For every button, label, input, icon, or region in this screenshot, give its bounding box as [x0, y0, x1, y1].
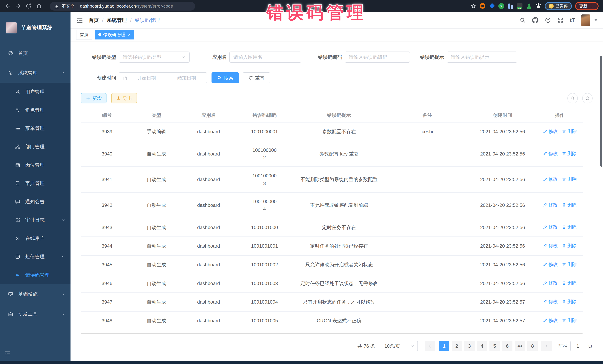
prev-page-button[interactable] — [425, 341, 435, 351]
sidebar-item-infrastructure[interactable]: 基础设施 — [0, 284, 70, 304]
update-browser-button[interactable]: 更新⋮ — [575, 2, 599, 10]
breadcrumb-item[interactable]: 首页 — [89, 17, 99, 23]
tab-active-view[interactable]: 错误码管理× — [95, 30, 134, 39]
breadcrumb-item[interactable]: 系统管理 — [107, 17, 127, 23]
github-icon[interactable] — [532, 17, 538, 23]
paw-extension-icon[interactable] — [535, 3, 541, 9]
sidebar-item-audit-log[interactable]: 审计日志 — [0, 211, 70, 229]
fullscreen-icon[interactable] — [557, 17, 564, 23]
edit-link[interactable]: 修改 — [543, 150, 558, 157]
search-icon[interactable] — [520, 17, 526, 23]
address-bar[interactable]: 不安全 dashboard.yudao.iocoder.cn/system/er… — [50, 2, 195, 11]
date-range-picker[interactable]: 开始日期 - 结束日期 — [119, 72, 207, 83]
sidebar-logo[interactable]: 芋道管理系统 — [0, 12, 70, 43]
page-number-button[interactable]: 4 — [477, 341, 487, 351]
green-y-extension-icon[interactable]: Y — [498, 3, 504, 9]
delete-link[interactable]: 删除 — [562, 176, 577, 183]
browser-menu-icon[interactable]: ⋮ — [590, 4, 594, 9]
placeholder-text: 请输入错误码提示 — [451, 54, 513, 60]
hamburger-fold-icon[interactable] — [76, 17, 83, 24]
refresh-table-button[interactable] — [582, 93, 593, 103]
close-icon[interactable]: × — [128, 33, 131, 37]
sidebar-item-online-user[interactable]: 在线用户 — [0, 229, 70, 247]
edit-link[interactable]: 修改 — [543, 298, 558, 305]
columns-extension-icon[interactable] — [508, 3, 514, 9]
end-date-input[interactable]: 结束日期 — [170, 75, 203, 81]
users-icon — [15, 107, 20, 113]
font-size-icon[interactable]: tT — [570, 18, 575, 23]
column-header: 操作 — [537, 108, 583, 122]
page-number-button[interactable]: 2 — [452, 341, 462, 351]
delete-link[interactable]: 删除 — [562, 279, 577, 287]
add-button[interactable]: 新增 — [81, 93, 106, 103]
next-page-button[interactable] — [541, 341, 552, 351]
sidebar-item-dept-management[interactable]: 部门管理 — [0, 138, 70, 156]
megaphone-icon — [15, 199, 20, 204]
delete-link[interactable]: 删除 — [562, 223, 577, 231]
delete-link[interactable]: 删除 — [562, 261, 577, 268]
orange-ring-extension-icon[interactable] — [480, 3, 486, 9]
page-ellipsis-button[interactable]: ••• — [515, 341, 525, 351]
delete-link[interactable]: 删除 — [562, 317, 577, 324]
help-icon[interactable] — [545, 17, 551, 23]
on-badge-extension-icon[interactable]: on — [517, 3, 523, 9]
goto-page-input[interactable]: 1 — [570, 341, 585, 351]
home-icon[interactable] — [36, 3, 42, 10]
forward-icon[interactable] — [15, 3, 22, 10]
sidebar-item-role-management[interactable]: 角色管理 — [0, 101, 70, 119]
edit-link[interactable]: 修改 — [543, 176, 558, 183]
sidebar-item-user-management[interactable]: 用户管理 — [0, 83, 70, 101]
filter-input[interactable]: 请输入错误码编码 — [345, 52, 410, 63]
edit-link[interactable]: 修改 — [543, 223, 558, 231]
filter-input[interactable]: 请输入应用名 — [229, 52, 301, 63]
page-number-button[interactable]: 3 — [464, 341, 475, 351]
breadcrumb-item: 错误码管理 — [135, 17, 160, 23]
reload-icon[interactable] — [25, 3, 32, 10]
edit-link[interactable]: 修改 — [543, 317, 558, 324]
sidebar-item-error-code-management[interactable]: 错误码管理 — [0, 266, 70, 284]
error-code-type-select[interactable]: 请选择错误码类型 — [119, 52, 190, 63]
edit-link[interactable]: 修改 — [543, 279, 558, 287]
vertical-scrollbar[interactable] — [600, 55, 602, 167]
avatar-caret-icon[interactable] — [594, 19, 597, 21]
page-number-button[interactable]: 1 — [439, 341, 449, 351]
sidebar-item-dev-tools[interactable]: 研发工具 — [0, 304, 70, 324]
delete-link[interactable]: 删除 — [562, 201, 577, 209]
green-person-extension-icon[interactable] — [526, 3, 532, 9]
sidebar-item-sms-management[interactable]: 短信管理 — [0, 247, 70, 266]
filter-input[interactable]: 请输入错误码提示 — [447, 52, 517, 63]
delete-link[interactable]: 删除 — [562, 242, 577, 249]
edit-link[interactable]: 修改 — [543, 261, 558, 268]
delete-link[interactable]: 删除 — [562, 298, 577, 305]
search-button[interactable]: 搜索 — [211, 72, 239, 83]
export-button[interactable]: 导出 — [111, 93, 137, 103]
start-date-input[interactable]: 开始日期 — [130, 75, 163, 81]
chevron-down-icon — [61, 255, 65, 259]
page-number-button[interactable]: 5 — [489, 341, 500, 351]
blue-gem-extension-icon[interactable] — [489, 3, 495, 9]
sidebar-item-home[interactable]: 首页 — [0, 43, 70, 63]
edit-link[interactable]: 修改 — [543, 242, 558, 249]
table-cell — [386, 311, 468, 330]
sidebar-item-dict-management[interactable]: 字典管理 — [0, 174, 70, 193]
edit-link[interactable]: 修改 — [543, 128, 558, 135]
paused-profile-badge[interactable]: 已暂停 — [545, 2, 572, 10]
page-number-button[interactable]: 6 — [502, 341, 512, 351]
reset-button[interactable]: 重置 — [243, 72, 270, 83]
tab-view[interactable]: 首页 — [76, 30, 93, 39]
sidebar-item-system-management[interactable]: 系统管理 — [0, 63, 70, 83]
horizontal-scrollbar[interactable] — [81, 333, 583, 334]
delete-link[interactable]: 删除 — [562, 128, 577, 135]
page-size-select[interactable]: 10条/页 — [380, 341, 418, 351]
sidebar-item-notice-announcement[interactable]: 通知公告 — [0, 193, 70, 211]
delete-link[interactable]: 删除 — [562, 150, 577, 157]
user-avatar[interactable] — [581, 14, 590, 26]
bookmark-star-icon[interactable] — [470, 3, 476, 9]
sidebar-item-menu-management[interactable]: 菜单管理 — [0, 119, 70, 138]
sidebar-item-post-management[interactable]: 岗位管理 — [0, 156, 70, 174]
sidebar-fold-icon[interactable] — [4, 350, 10, 356]
back-icon[interactable] — [4, 3, 11, 10]
show-search-toggle-button[interactable] — [567, 93, 578, 103]
page-number-button[interactable]: 8 — [527, 341, 538, 351]
edit-link[interactable]: 修改 — [543, 201, 558, 209]
